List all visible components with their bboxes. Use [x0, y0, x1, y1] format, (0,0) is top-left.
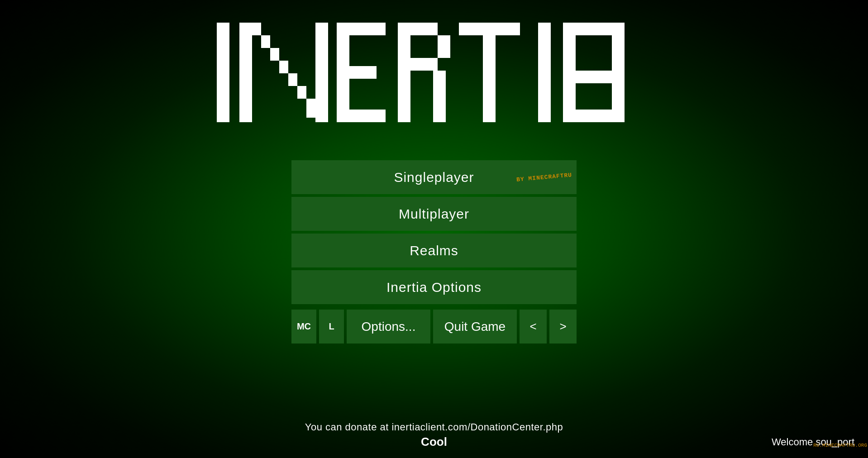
svg-rect-14 [398, 23, 410, 122]
inertia-options-label: Inertia Options [386, 280, 482, 295]
arrow-right-label: > [559, 320, 566, 334]
svg-rect-19 [459, 23, 520, 35]
svg-rect-9 [315, 23, 328, 122]
title-area [208, 14, 660, 133]
game-title-svg [212, 14, 656, 131]
svg-rect-25 [576, 71, 612, 83]
quit-button[interactable]: Quit Game [433, 310, 517, 344]
svg-rect-21 [538, 23, 551, 122]
svg-rect-20 [483, 35, 496, 122]
svg-rect-13 [349, 110, 386, 122]
bottom-row: MC L Options... Quit Game < > [291, 310, 577, 344]
options-label: Options... [362, 320, 416, 334]
svg-rect-11 [349, 23, 386, 35]
singleplayer-label: Singleplayer [394, 170, 474, 185]
quit-label: Quit Game [444, 320, 506, 334]
svg-rect-17 [410, 58, 438, 71]
mc-button[interactable]: MC [291, 310, 316, 344]
arrow-left-label: < [529, 320, 536, 334]
svg-rect-6 [288, 73, 297, 86]
svg-rect-7 [297, 86, 306, 99]
svg-rect-18 [433, 71, 446, 122]
multiplayer-label: Multiplayer [399, 206, 469, 222]
menu-container: Singleplayer BY MINECRAFTRU Multiplayer … [289, 160, 579, 344]
cool-label: Cool [14, 435, 854, 449]
multiplayer-button[interactable]: Multiplayer [291, 197, 577, 231]
inertia-options-button[interactable]: Inertia Options [291, 270, 577, 304]
svg-rect-4 [270, 48, 279, 61]
svg-rect-23 [576, 23, 612, 35]
realms-button[interactable]: Realms [291, 234, 577, 267]
svg-rect-8 [306, 99, 315, 118]
svg-rect-12 [349, 66, 377, 79]
svg-rect-1 [239, 23, 252, 122]
singleplayer-button[interactable]: Singleplayer BY MINECRAFTRU [291, 160, 577, 194]
svg-rect-15 [410, 23, 438, 35]
status-row: Cool Welcome sou_port [0, 435, 868, 449]
options-button[interactable]: Options... [347, 310, 430, 344]
donate-text: You can donate at inertiaclient.com/Dona… [305, 421, 563, 433]
footer-area: You can donate at inertiaclient.com/Dona… [0, 421, 868, 449]
svg-rect-5 [279, 61, 288, 73]
l-label: L [329, 321, 334, 332]
by-minecraftru-label: BY MINECRAFTRU [516, 172, 572, 183]
l-button[interactable]: L [319, 310, 344, 344]
svg-rect-10 [337, 23, 349, 122]
svg-rect-24 [612, 23, 625, 122]
arrow-right-button[interactable]: > [549, 310, 577, 344]
svg-rect-22 [563, 23, 576, 122]
realms-label: Realms [410, 243, 458, 258]
watermark-bottom: RU.MINECRAFTRU.ORG [813, 443, 867, 448]
arrow-left-button[interactable]: < [520, 310, 547, 344]
svg-rect-2 [252, 23, 261, 35]
svg-rect-16 [438, 35, 450, 58]
mc-label: MC [297, 321, 311, 332]
svg-rect-3 [261, 35, 270, 48]
svg-rect-26 [576, 110, 612, 122]
svg-rect-0 [217, 23, 229, 122]
